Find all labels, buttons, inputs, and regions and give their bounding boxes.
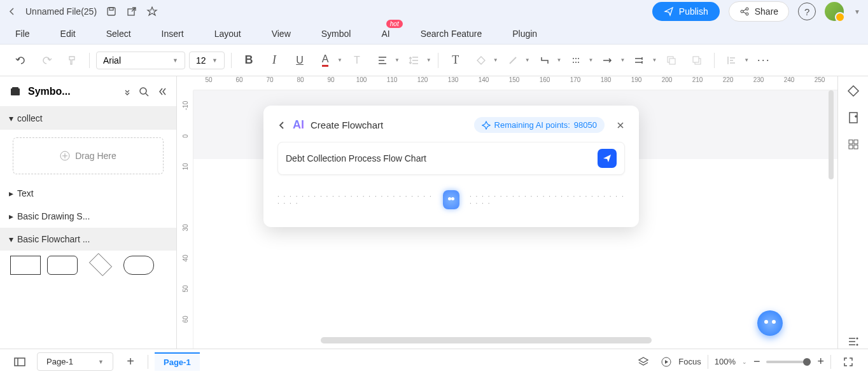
italic-button[interactable]: I: [263, 50, 285, 71]
dialog-back-button[interactable]: [277, 121, 286, 130]
panel-title: Symbo...: [28, 86, 116, 97]
menu-insert[interactable]: Insert: [162, 29, 184, 39]
section-basic-drawing[interactable]: ▸ Basic Drawing S...: [0, 205, 176, 228]
page-tab-active[interactable]: Page-1: [155, 352, 200, 371]
ai-points-badge[interactable]: Remaining AI points: 98050: [474, 117, 605, 133]
page-icon[interactable]: [846, 111, 860, 125]
align-objects-caret[interactable]: ▼: [744, 57, 749, 63]
shape-rectangle[interactable]: [10, 256, 41, 275]
line-color-button[interactable]: [502, 50, 524, 71]
filename[interactable]: Unnamed File(25): [25, 6, 97, 17]
search-icon[interactable]: [138, 86, 150, 97]
section-text[interactable]: ▸ Text: [0, 182, 176, 205]
line-style-button[interactable]: [566, 50, 587, 71]
line-color-caret[interactable]: ▼: [525, 57, 530, 63]
user-avatar[interactable]: [825, 2, 844, 21]
horizontal-scrollbar[interactable]: [321, 337, 652, 343]
ai-assistant-float-button[interactable]: [757, 310, 783, 336]
fullscreen-icon[interactable]: [837, 351, 859, 373]
pages-panel-icon[interactable]: [9, 351, 31, 373]
zoom-in-button[interactable]: +: [817, 355, 824, 368]
shape-terminator[interactable]: [123, 256, 154, 275]
arrow-caret[interactable]: ▼: [620, 57, 625, 63]
menu-edit[interactable]: Edit: [60, 29, 76, 39]
share-button[interactable]: Share: [729, 1, 789, 22]
underline-button[interactable]: U: [289, 50, 311, 71]
back-button-tool[interactable]: [686, 50, 708, 71]
layers-icon[interactable]: [633, 351, 654, 373]
zoom-value[interactable]: 100%: [715, 357, 736, 366]
ai-prompt-input[interactable]: [286, 153, 591, 163]
zoom-caret[interactable]: ⌄: [742, 359, 747, 365]
line-spacing-button[interactable]: [403, 50, 425, 71]
menu-search-feature[interactable]: Search Feature: [421, 29, 482, 39]
settings-list-icon[interactable]: [846, 335, 860, 349]
svg-rect-10: [11, 88, 20, 95]
ai-send-button[interactable]: [598, 149, 617, 168]
shape-diamond[interactable]: [89, 253, 112, 276]
size-select[interactable]: 12▼: [189, 52, 225, 69]
zoom-out-button[interactable]: −: [753, 355, 760, 368]
bold-button[interactable]: B: [238, 50, 260, 71]
ai-input-row: [277, 142, 625, 175]
line-end-caret[interactable]: ▼: [652, 57, 657, 63]
connector-button[interactable]: [534, 50, 556, 71]
align-caret[interactable]: ▼: [395, 57, 400, 63]
text-tool-button[interactable]: T: [445, 50, 466, 71]
more-button[interactable]: ···: [753, 50, 774, 71]
line-style-caret[interactable]: ▼: [589, 57, 594, 63]
strikethrough-button[interactable]: T: [346, 50, 368, 71]
section-basic-flowchart[interactable]: ▾ Basic Flowchart ...: [0, 228, 176, 251]
export-icon[interactable]: [126, 6, 137, 17]
undo-button[interactable]: [10, 50, 32, 71]
menu-file[interactable]: File: [15, 29, 30, 39]
align-objects-button[interactable]: [721, 50, 743, 71]
page-dropdown[interactable]: Page-1 ▼: [37, 352, 113, 371]
focus-toggle[interactable]: Focus: [661, 356, 701, 368]
dialog-close-button[interactable]: [616, 121, 625, 130]
theme-icon[interactable]: [846, 84, 860, 98]
menu-ai[interactable]: AI hot: [381, 29, 389, 39]
format-painter-button[interactable]: [61, 50, 83, 71]
right-toolbar: [837, 76, 868, 349]
add-page-button[interactable]: +: [120, 351, 141, 373]
back-button[interactable]: [8, 7, 17, 16]
connector-caret[interactable]: ▼: [557, 57, 562, 63]
panel-expand-icon[interactable]: [123, 87, 132, 96]
panel-header: Symbo...: [0, 76, 176, 107]
menu-select[interactable]: Select: [106, 29, 131, 39]
line-end-button[interactable]: [629, 50, 650, 71]
font-select[interactable]: Arial▼: [96, 52, 185, 69]
svg-point-5: [746, 13, 748, 15]
menu-layout[interactable]: Layout: [214, 29, 241, 39]
drag-here-box[interactable]: Drag Here: [13, 137, 164, 174]
fill-caret[interactable]: ▼: [493, 57, 498, 63]
menu-plugin[interactable]: Plugin: [512, 29, 537, 39]
line-spacing-caret[interactable]: ▼: [426, 57, 431, 63]
fill-button[interactable]: [470, 50, 492, 71]
menu-view[interactable]: View: [272, 29, 291, 39]
vertical-scrollbar[interactable]: [829, 90, 834, 179]
section-collect[interactable]: ▾ collect: [0, 107, 176, 130]
font-color-button[interactable]: A: [314, 50, 336, 71]
star-icon[interactable]: [146, 6, 158, 17]
canvas[interactable]: AI Create Flowchart Remaining AI points:…: [193, 90, 837, 349]
avatar-caret-icon[interactable]: ▼: [854, 8, 860, 15]
svg-point-19: [856, 338, 858, 340]
help-button[interactable]: ?: [798, 3, 816, 20]
grid-icon[interactable]: [846, 137, 860, 151]
svg-rect-1: [109, 8, 113, 10]
menu-symbol[interactable]: Symbol: [321, 29, 351, 39]
redo-button[interactable]: [36, 50, 57, 71]
align-button[interactable]: [372, 50, 393, 71]
shape-rounded-rect[interactable]: [47, 256, 78, 275]
zoom-slider[interactable]: [766, 361, 811, 363]
publish-button[interactable]: Publish: [652, 2, 720, 21]
collapse-panel-icon[interactable]: [156, 86, 167, 97]
ai-flowchart-dialog: AI Create Flowchart Remaining AI points:…: [263, 106, 639, 227]
arrow-button[interactable]: [597, 50, 619, 71]
svg-rect-0: [108, 8, 115, 15]
save-icon[interactable]: [106, 6, 117, 17]
front-button[interactable]: [661, 50, 682, 71]
font-color-caret[interactable]: ▼: [337, 57, 342, 63]
